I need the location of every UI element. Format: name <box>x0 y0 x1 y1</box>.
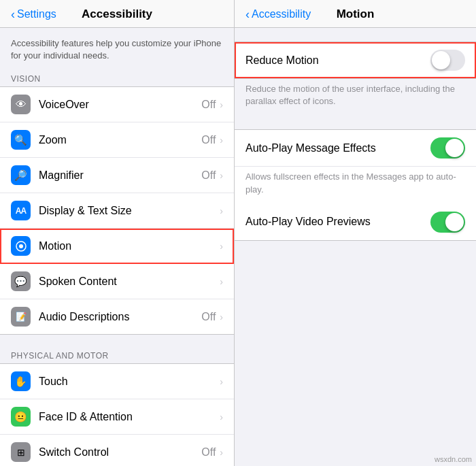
switch-control-row[interactable]: ⊞ Switch Control Off › <box>0 435 234 466</box>
reduce-motion-toggle[interactable] <box>430 50 465 71</box>
autoplay-group: Auto-Play Message Effects Allows fullscr… <box>235 129 476 240</box>
left-nav-title: Accessibility <box>82 7 152 21</box>
physical-motor-settings-group: ✋ Touch › 😐 Face ID & Attention › ⊞ Swit… <box>0 363 234 466</box>
zoom-value: Off <box>201 134 216 146</box>
auto-play-message-effects-toggle-thumb <box>445 139 464 157</box>
motion-row[interactable]: Motion › <box>0 229 234 264</box>
right-back-arrow-icon: ‹ <box>245 8 250 20</box>
svg-point-1 <box>19 244 23 248</box>
audio-descriptions-chevron-icon: › <box>220 312 223 322</box>
voiceover-row[interactable]: 👁 VoiceOver Off › <box>0 87 234 122</box>
touch-label: Touch <box>39 376 220 388</box>
switch-control-chevron-icon: › <box>220 447 223 458</box>
back-label: Settings <box>17 8 56 20</box>
physical-motor-section-header: PHYSICAL AND MOTOR <box>0 347 234 363</box>
watermark: wsxdn.com <box>435 455 472 463</box>
auto-play-video-previews-label: Auto-Play Video Previews <box>245 216 430 228</box>
voiceover-label: VoiceOver <box>39 99 201 111</box>
voiceover-chevron-icon: › <box>220 99 223 110</box>
right-nav-title: Motion <box>337 7 375 21</box>
reduce-motion-description: Reduce the motion of the user interface,… <box>235 79 476 116</box>
voiceover-value: Off <box>201 99 216 111</box>
zoom-chevron-icon: › <box>220 135 223 146</box>
reduce-motion-group: Reduce Motion <box>235 41 476 79</box>
display-text-size-chevron-icon: › <box>220 205 223 216</box>
face-id-label: Face ID & Attention <box>39 411 220 423</box>
motion-icon <box>11 236 31 256</box>
auto-play-message-effects-description: Allows fullscreen effects in the Message… <box>235 167 476 203</box>
spoken-content-chevron-icon: › <box>220 276 223 287</box>
magnifier-row[interactable]: 🔎 Magnifier Off › <box>0 158 234 193</box>
audio-descriptions-label: Audio Descriptions <box>39 311 201 323</box>
switch-control-icon: ⊞ <box>11 442 31 462</box>
magnifier-icon: 🔎 <box>11 165 31 185</box>
zoom-icon: 🔍 <box>11 130 31 150</box>
reduce-motion-toggle-thumb <box>432 51 450 69</box>
auto-play-message-effects-toggle[interactable] <box>430 137 465 159</box>
switch-control-value: Off <box>201 446 216 459</box>
auto-play-video-previews-row[interactable]: Auto-Play Video Previews <box>235 204 476 240</box>
face-id-icon: 😐 <box>11 407 31 427</box>
right-back-label: Accessibility <box>252 8 311 20</box>
spoken-content-label: Spoken Content <box>39 276 220 288</box>
left-nav-bar: ‹ Settings Accessibility <box>0 0 234 28</box>
motion-chevron-icon: › <box>220 241 223 252</box>
auto-play-video-previews-toggle-thumb <box>445 213 464 231</box>
switch-control-label: Switch Control <box>39 446 201 459</box>
voiceover-icon: 👁 <box>11 95 31 114</box>
right-panel: ‹ Accessibility Motion Reduce Motion Red… <box>235 0 476 466</box>
face-id-row[interactable]: 😐 Face ID & Attention › <box>0 399 234 435</box>
back-arrow-icon: ‹ <box>11 8 15 20</box>
auto-play-message-effects-row[interactable]: Auto-Play Message Effects <box>235 130 476 167</box>
magnifier-value: Off <box>201 169 216 182</box>
touch-chevron-icon: › <box>220 376 223 387</box>
display-text-size-label: Display & Text Size <box>39 205 220 217</box>
accessibility-description: Accessibility features help you customiz… <box>0 28 234 70</box>
spoken-content-icon: 💬 <box>11 271 31 291</box>
audio-descriptions-row[interactable]: 📝 Audio Descriptions Off › <box>0 299 234 334</box>
audio-descriptions-icon: 📝 <box>11 307 31 327</box>
settings-back-button[interactable]: ‹ Settings <box>11 8 56 20</box>
face-id-chevron-icon: › <box>220 412 223 422</box>
auto-play-message-effects-label: Auto-Play Message Effects <box>245 142 430 154</box>
right-content: Reduce Motion Reduce the motion of the u… <box>235 28 476 241</box>
section-gap-1 <box>0 335 234 347</box>
audio-descriptions-value: Off <box>201 311 216 323</box>
reduce-motion-row[interactable]: Reduce Motion <box>235 42 476 78</box>
magnifier-chevron-icon: › <box>220 170 223 181</box>
magnifier-label: Magnifier <box>39 169 201 182</box>
zoom-label: Zoom <box>39 134 201 146</box>
zoom-row[interactable]: 🔍 Zoom Off › <box>0 122 234 158</box>
display-text-size-row[interactable]: AA Display & Text Size › <box>0 193 234 229</box>
left-panel: ‹ Settings Accessibility Accessibility f… <box>0 0 235 466</box>
right-nav-bar: ‹ Accessibility Motion <box>235 0 476 28</box>
accessibility-back-button[interactable]: ‹ Accessibility <box>245 8 311 20</box>
vision-settings-group: 👁 VoiceOver Off › 🔍 Zoom Off › 🔎 Magnifi… <box>0 86 234 335</box>
right-gap-1 <box>235 116 476 129</box>
reduce-motion-label: Reduce Motion <box>245 54 430 67</box>
auto-play-video-previews-toggle[interactable] <box>430 212 465 233</box>
motion-label: Motion <box>39 240 220 252</box>
vision-section-header: VISION <box>0 70 234 86</box>
spoken-content-row[interactable]: 💬 Spoken Content › <box>0 264 234 299</box>
touch-row[interactable]: ✋ Touch › <box>0 364 234 399</box>
touch-icon: ✋ <box>11 371 31 391</box>
display-text-size-icon: AA <box>11 201 31 220</box>
